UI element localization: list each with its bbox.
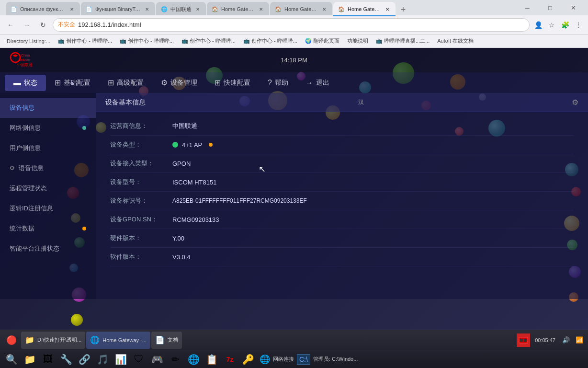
nav-device[interactable]: ⚙ 设备管理 bbox=[152, 74, 206, 91]
taskbar-app-link[interactable]: 🔗 bbox=[76, 351, 93, 368]
back-button[interactable]: ← bbox=[4, 18, 17, 32]
nav-logout[interactable]: → 退出 bbox=[297, 75, 338, 91]
taskbar-app-browser[interactable]: 🌐 bbox=[185, 351, 202, 368]
sidebar-logicid[interactable]: 逻辑ID注册信息 bbox=[0, 198, 96, 218]
tab-6-close[interactable]: ✕ bbox=[384, 6, 391, 12]
nav-advanced-icon: ⊞ bbox=[108, 78, 114, 87]
content-subtitle: 汉 bbox=[358, 98, 364, 106]
tray-network-icon[interactable]: 📶 bbox=[574, 334, 585, 346]
nav-status[interactable]: ▬ 状态 bbox=[5, 75, 46, 91]
taskbar-app-edit[interactable]: ✏ bbox=[167, 351, 184, 368]
tab-4-close[interactable]: ✕ bbox=[258, 6, 264, 12]
close-button[interactable]: ✕ bbox=[562, 0, 584, 15]
sidebar-devinfo[interactable]: 设备信息 bbox=[0, 98, 96, 118]
bookmark-2[interactable]: 📺 创作中心 - 哔哩哔... bbox=[55, 36, 115, 46]
gateway-time: 14:18 PM bbox=[281, 57, 307, 64]
new-tab-button[interactable]: + bbox=[396, 3, 410, 16]
svg-rect-5 bbox=[520, 339, 523, 342]
taskbar-gateway-btn[interactable]: 🌐 Home Gateway -... bbox=[86, 332, 150, 349]
taskbar-folder-btn[interactable]: 📁 D:\快速打开\透明... bbox=[21, 332, 85, 349]
ball-left-7 bbox=[71, 314, 83, 326]
tab-2-favicon: 📄 bbox=[86, 6, 92, 12]
taskbar-doc-btn[interactable]: 📄 文档 bbox=[151, 332, 182, 349]
bookmark-7[interactable]: 功能说明 bbox=[344, 36, 371, 46]
minimize-button[interactable]: ─ bbox=[516, 0, 538, 15]
tab-1[interactable]: 📄 Описание функций ✕ bbox=[6, 2, 80, 16]
tab-5[interactable]: 🏠 Home Gateway ✕ bbox=[270, 2, 332, 16]
refresh-button[interactable]: ↻ bbox=[36, 18, 50, 32]
taskbar-app-1[interactable]: 🔴 bbox=[3, 332, 20, 349]
svg-text:unicom: unicom bbox=[19, 58, 30, 61]
info-row-hwver: 硬件版本： Y.00 bbox=[110, 229, 574, 248]
taskbar-app-chart[interactable]: 📊 bbox=[112, 351, 129, 368]
address-bar[interactable]: 不安全 192.168.1.1/index.html bbox=[53, 18, 530, 32]
maximize-button[interactable]: □ bbox=[539, 0, 561, 15]
bookmark-2-label: 创作中心 - 哔哩哔... bbox=[66, 37, 112, 45]
sidebar-voiceinfo-label: 语音信息 bbox=[19, 164, 44, 172]
extensions-button[interactable]: 🧩 bbox=[559, 19, 571, 31]
sidebar-remoteinfo[interactable]: 远程管理状态 bbox=[0, 178, 96, 198]
admin-task[interactable]: C:\ 管理员: C:\Windo... bbox=[297, 354, 358, 365]
bookmark-3[interactable]: 📺 创作中心 - 哔哩哔... bbox=[117, 36, 177, 46]
taskbar-app-7[interactable]: 7z bbox=[221, 351, 238, 368]
tab-4[interactable]: 🏠 Home Gateway ✕ bbox=[207, 2, 269, 16]
nav-basic-icon: ⊞ bbox=[55, 78, 61, 87]
tab-6-favicon: 🏠 bbox=[338, 6, 345, 12]
nav-help[interactable]: ? 帮助 bbox=[259, 75, 297, 91]
security-warning: 不安全 bbox=[58, 21, 75, 29]
content-section-title: 设备基本信息 bbox=[105, 98, 146, 107]
profile-button[interactable]: 👤 bbox=[532, 19, 544, 31]
bookmark-8[interactable]: 📺 哔哩哔哩直播...二... bbox=[373, 36, 432, 46]
svg-rect-6 bbox=[524, 339, 527, 342]
red-indicator[interactable] bbox=[517, 334, 530, 347]
sidebar-logicid-label: 逻辑ID注册信息 bbox=[10, 204, 53, 213]
taskbar-gateway-label: Home Gateway -... bbox=[102, 337, 147, 343]
taskbar-app-search[interactable]: 🔍 bbox=[3, 351, 20, 368]
taskbar-gateway-icon: 🌐 bbox=[90, 335, 100, 345]
info-value-carrier: 中国联通 bbox=[172, 122, 197, 130]
nav-quick[interactable]: ⊞ 快速配置 bbox=[206, 74, 259, 91]
tab-3[interactable]: 🌐 中国联通 ✕ bbox=[156, 2, 206, 16]
nav-advanced[interactable]: ⊞ 高级配置 bbox=[99, 74, 152, 91]
tab-1-close[interactable]: ✕ bbox=[68, 6, 75, 12]
taskbar-app-photos[interactable]: 🖼 bbox=[39, 351, 57, 368]
tab-5-close[interactable]: ✕ bbox=[321, 6, 328, 12]
tab-2[interactable]: 📄 Функция BinaryToStr... ✕ bbox=[81, 2, 155, 16]
nav-basic[interactable]: ⊞ 基础配置 bbox=[46, 74, 99, 91]
sidebar-stats[interactable]: 统计数据 bbox=[0, 218, 96, 239]
taskbar-app-clipboard[interactable]: 📋 bbox=[203, 351, 220, 368]
forward-button[interactable]: → bbox=[20, 18, 34, 32]
tab-2-close[interactable]: ✕ bbox=[144, 6, 150, 12]
sidebar-netinfo[interactable]: 网络侧信息 bbox=[0, 118, 96, 138]
sidebar-voiceinfo[interactable]: ⚙ 语音信息 bbox=[0, 158, 96, 178]
taskbar-app-settings[interactable]: 🔧 bbox=[57, 351, 75, 368]
bookmark-1[interactable]: Directory Listing:... bbox=[4, 37, 53, 45]
taskbar-app-media[interactable]: 🎵 bbox=[94, 351, 111, 368]
browser-nav-bar: ← → ↻ 不安全 192.168.1.1/index.html 👤 ☆ 🧩 ⋮ bbox=[0, 15, 588, 34]
settings-button[interactable]: ⋮ bbox=[573, 19, 584, 31]
sidebar-userinfo[interactable]: 用户侧信息 bbox=[0, 138, 96, 158]
svg-text:中国联通: 中国联通 bbox=[17, 63, 33, 67]
gateway-container: ↖ China unicom 中国联通 14:18 PM bbox=[0, 48, 588, 368]
bookmark-6[interactable]: 🌍 翻译此页面 bbox=[302, 36, 342, 46]
taskbar-app-game[interactable]: 🎮 bbox=[148, 351, 166, 368]
sidebar-smartreg[interactable]: 智能平台注册状态 bbox=[0, 239, 96, 259]
taskbar-app-shield[interactable]: 🛡 bbox=[130, 351, 147, 368]
tab-3-close[interactable]: ✕ bbox=[194, 6, 201, 12]
bookmark-5[interactable]: 📺 创作中心 - 哔哩哔... bbox=[240, 36, 300, 46]
tray-volume-icon[interactable]: 🔊 bbox=[560, 334, 572, 346]
tab-4-favicon: 🏠 bbox=[212, 6, 218, 12]
bookmark-9[interactable]: AutoIt 在线文档 bbox=[434, 36, 476, 46]
tab-6[interactable]: 🏠 Home Gateway ✕ bbox=[333, 2, 396, 16]
taskbar-app-key[interactable]: 🔑 bbox=[239, 351, 257, 368]
info-value-devtype: 4+1 AP bbox=[172, 141, 213, 149]
star-button[interactable]: ☆ bbox=[546, 19, 557, 31]
bookmark-icon-6: 🌍 bbox=[305, 38, 312, 44]
info-label-model: 设备型号： bbox=[110, 178, 172, 186]
content-header: 设备基本信息 汉 ⚙ bbox=[96, 93, 588, 112]
bookmark-4[interactable]: 📺 创作中心 - 哔哩哔... bbox=[179, 36, 238, 46]
info-row-accesstype: 设备接入类型： GPON bbox=[110, 154, 574, 173]
network-connection-task[interactable]: 🌐 网络连接 bbox=[260, 354, 294, 365]
taskbar-app-files[interactable]: 📁 bbox=[21, 351, 38, 368]
content-gear-icon[interactable]: ⚙ bbox=[572, 98, 578, 107]
